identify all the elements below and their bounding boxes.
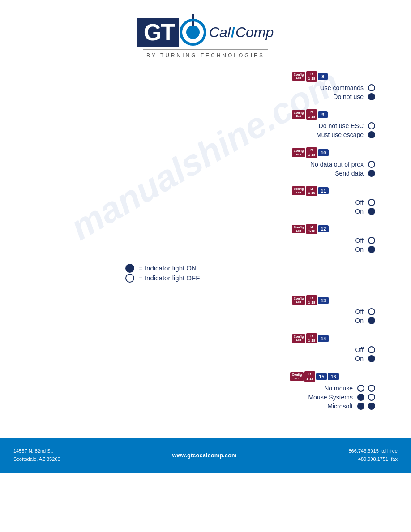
group-13-inner: ConfigExit B1-18 13 Off On <box>292 287 375 325</box>
use-commands-label: Use commands <box>292 84 364 91</box>
no-mouse-circles <box>357 385 375 392</box>
do-not-use-label: Do not use <box>292 93 364 100</box>
option-11-off: Off <box>292 199 375 206</box>
b118-badge-8: B1-18 <box>306 71 317 82</box>
group-15-16-inner: ConfigExit B1-18 15 16 No mouse Mouse Sy… <box>290 363 375 410</box>
do-not-use-esc-label: Do not use ESC <box>292 122 364 129</box>
group-9-inner: ConfigExit B1-18 9 Do not use ESC Must u… <box>292 101 375 139</box>
logo-calcomp-text: Cal/Comp <box>209 24 274 41</box>
option-do-not-use: Do not use <box>292 93 375 100</box>
group-12: ConfigExit B1-18 12 Off On <box>0 216 411 254</box>
footer-address: 14557 N. 82nd St. Scottsdale, AZ 85260 <box>13 447 60 463</box>
num-badge-11: 11 <box>318 187 329 194</box>
option-do-not-use-esc: Do not use ESC <box>292 122 375 129</box>
config-exit-badge-14: ConfigExit <box>292 334 305 343</box>
footer-address-line1: 14557 N. 82nd St. <box>13 447 60 455</box>
logo-area: GT Cal/Comp by TURNING technologies <box>0 0 411 63</box>
microsoft-circles <box>357 403 375 410</box>
logo-tagline: by TURNING technologies <box>146 52 265 59</box>
legend-filled-circle <box>125 264 134 273</box>
off-label-12: Off <box>292 237 364 244</box>
no-data-out-of-prox-circle <box>368 161 375 168</box>
b118-badge-12: B1-18 <box>306 224 317 234</box>
config-exit-badge-9: ConfigExit <box>292 110 305 119</box>
num-badge-13: 13 <box>318 297 329 304</box>
group-10-inner: ConfigExit B1-18 10 No data out of prox … <box>292 139 375 177</box>
legend-open-label: = Indicator light OFF <box>139 274 200 282</box>
option-send-data: Send data <box>292 170 375 177</box>
logo-comp-text: Comp <box>235 24 274 41</box>
option-14-on: On <box>292 355 375 362</box>
option-mouse-systems: Mouse Systems <box>290 394 375 401</box>
option-14-off: Off <box>292 346 375 353</box>
b118-badge-10: B1-18 <box>306 147 317 158</box>
send-data-circle <box>368 170 375 177</box>
footer-phone2: 480.998.1751 <box>358 456 388 462</box>
logo-circle-graphic <box>179 18 207 47</box>
group-11: ConfigExit B1-18 11 Off On <box>0 178 411 216</box>
group-8-inner: ConfigExit B1-18 8 Use commands Do not u… <box>292 63 375 101</box>
config-row-15-16: ConfigExit B1-18 15 16 <box>290 371 339 382</box>
config-exit-badge-12: ConfigExit <box>292 225 305 234</box>
group-12-inner: ConfigExit B1-18 12 Off On <box>292 216 375 254</box>
config-row-8: ConfigExit B1-18 8 <box>292 71 328 82</box>
config-row-9: ConfigExit B1-18 9 <box>292 109 328 120</box>
send-data-label: Send data <box>292 170 364 177</box>
option-12-off: Off <box>292 237 375 244</box>
microsoft-circle-1 <box>357 403 364 410</box>
off-circle-13 <box>368 308 375 315</box>
num-badge-14: 14 <box>318 335 329 342</box>
num-badge-10: 10 <box>318 149 329 156</box>
b118-badge-11: B1-18 <box>306 186 317 196</box>
footer-phone2-label: fax <box>391 456 398 462</box>
on-circle-14 <box>368 355 375 362</box>
mouse-systems-circles <box>357 394 375 401</box>
config-row-12: ConfigExit B1-18 12 <box>292 224 329 234</box>
no-mouse-label: No mouse <box>290 385 353 392</box>
num-badge-12: 12 <box>318 225 329 232</box>
no-data-out-of-prox-label: No data out of prox <box>292 161 364 168</box>
config-row-14: ConfigExit B1-18 14 <box>292 333 329 343</box>
footer-address-line2: Scottsdale, AZ 85260 <box>13 455 60 463</box>
option-12-on: On <box>292 246 375 253</box>
config-exit-badge-15-16: ConfigExit <box>290 372 304 381</box>
mouse-systems-circle-1 <box>357 394 364 401</box>
footer-website-link[interactable]: www.gtcocalcomp.com <box>172 452 237 459</box>
group-11-inner: ConfigExit B1-18 11 Off On <box>292 178 375 216</box>
on-label-11: On <box>292 208 364 215</box>
no-mouse-circle-2 <box>368 385 375 392</box>
microsoft-circle-2 <box>368 403 375 410</box>
config-exit-badge-11: ConfigExit <box>292 186 305 195</box>
off-circle-11 <box>368 199 375 206</box>
num-badge-15: 15 <box>316 373 327 380</box>
footer-phone1: 866.746.3015 <box>348 448 378 454</box>
option-11-on: On <box>292 208 375 215</box>
off-label-11: Off <box>292 199 364 206</box>
group-14: ConfigExit B1-18 14 Off On <box>0 325 411 363</box>
legend-open-circle <box>125 274 134 283</box>
main-content: ConfigExit B1-18 8 Use commands Do not u… <box>0 63 411 420</box>
config-row-10: ConfigExit B1-18 10 <box>292 147 329 158</box>
mouse-systems-label: Mouse Systems <box>290 394 353 401</box>
group-8: ConfigExit B1-18 8 Use commands Do not u… <box>0 63 411 101</box>
config-row-13: ConfigExit B1-18 13 <box>292 295 329 305</box>
footer: 14557 N. 82nd St. Scottsdale, AZ 85260 w… <box>0 438 411 473</box>
on-circle-11 <box>368 208 375 215</box>
b118-badge-14: B1-18 <box>306 333 317 343</box>
legend-filled-label: = Indicator light ON <box>139 264 197 272</box>
on-label-12: On <box>292 246 364 253</box>
on-circle-12 <box>368 246 375 253</box>
on-circle-13 <box>368 317 375 324</box>
mouse-systems-circle-2 <box>368 394 375 401</box>
footer-phone1-row: 866.746.3015 toll free <box>348 447 398 455</box>
on-label-13: On <box>292 317 364 324</box>
logo-box: GT Cal/Comp <box>137 18 274 47</box>
b118-badge-15-16: B1-18 <box>304 371 315 382</box>
config-exit-badge-13: ConfigExit <box>292 296 305 305</box>
use-commands-circle <box>368 84 375 91</box>
on-label-14: On <box>292 355 364 362</box>
option-13-off: Off <box>292 308 375 315</box>
num-badge-9: 9 <box>318 111 328 118</box>
off-circle-14 <box>368 346 375 353</box>
must-use-escape-label: Must use escape <box>292 131 364 138</box>
